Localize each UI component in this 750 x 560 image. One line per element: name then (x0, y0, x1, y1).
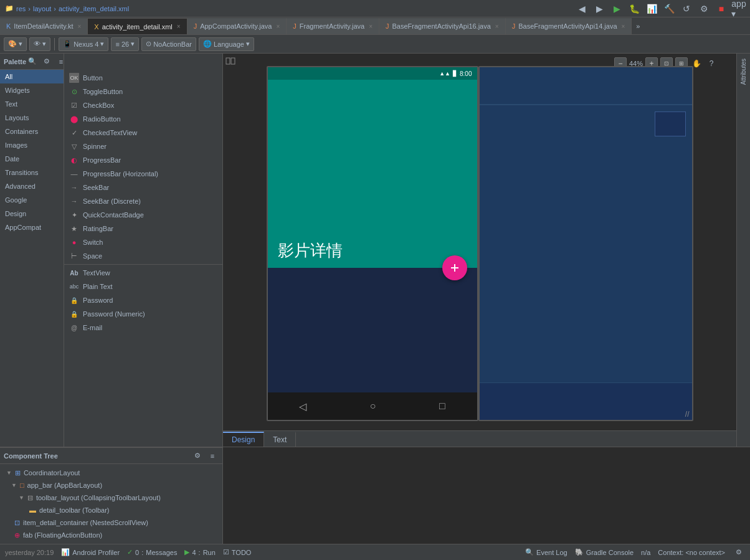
palette-category-text[interactable]: Text (0, 97, 64, 111)
settings-gear-icon[interactable]: ⚙ (698, 2, 710, 15)
tab-fragment-activity[interactable]: J FragmentActivity.java × (287, 18, 379, 34)
api-level-btn[interactable]: ≡ 26 ▾ (111, 37, 139, 51)
widget-button[interactable]: OK Button (64, 71, 222, 85)
widget-email[interactable]: @ E-mail (64, 321, 222, 335)
tree-item-detail-container[interactable]: ⊡ item_detail_container (NestedScrollVie… (0, 516, 222, 529)
widget-list-separator (64, 264, 222, 265)
palette-category-images[interactable]: Images (0, 138, 64, 152)
tab-design[interactable]: Design (223, 432, 264, 447)
widget-plain-text[interactable]: abc Plain Text (64, 280, 222, 293)
widget-seekbar-discrete[interactable]: → SeekBar (Discrete) (64, 194, 222, 208)
resize-handle-icon[interactable]: // (685, 410, 690, 419)
attributes-tab-label[interactable]: Attributes (738, 54, 749, 90)
widget-progressbar[interactable]: ◐ ProgressBar (64, 153, 222, 167)
app-dropdown[interactable]: app ▾ (733, 2, 745, 15)
help-icon[interactable]: ? (705, 57, 718, 70)
tab-close-5[interactable]: × (622, 23, 625, 30)
palette-category-date[interactable]: Date (0, 152, 64, 166)
palette-category-containers[interactable]: Containers (0, 125, 64, 138)
palette-category-layouts[interactable]: Layouts (0, 111, 64, 125)
fab-button[interactable] (442, 255, 467, 280)
tab-close-1[interactable]: × (177, 23, 181, 30)
widget-seekbar[interactable]: → SeekBar (64, 181, 222, 194)
button-icon: OK (69, 73, 79, 83)
tab-text[interactable]: Text (264, 432, 296, 447)
tree-app-bar[interactable]: ▼ □ app_bar (AppBarLayout) (0, 479, 222, 491)
tree-toolbar-layout[interactable]: ▼ ⊟ toolbar_layout (CollapsingToolbarLay… (0, 491, 222, 504)
widget-checkbox[interactable]: ☑ CheckBox (64, 98, 222, 112)
tab-activity-item-detail-xml[interactable]: X activity_item_detail.xml × (88, 18, 187, 34)
top-bar-right-icons: ◀ ▶ ▶ 🐛 📊 🔨 ↺ ⚙ ■ app ▾ (576, 2, 745, 15)
widget-radio-button[interactable]: ⬤ RadioButton (64, 112, 222, 126)
widget-spinner[interactable]: ▽ Spinner (64, 140, 222, 153)
messages-status[interactable]: ✓ 0: Messages (127, 548, 177, 556)
widget-space[interactable]: ⊢ Space (64, 249, 222, 263)
widget-toggle-button[interactable]: ⊙ ToggleButton (64, 85, 222, 98)
stop-icon[interactable]: ■ (715, 2, 728, 15)
tab-base-fragment-api16[interactable]: J BaseFragmentActivityApi16.java × (379, 18, 506, 34)
tab-close-4[interactable]: × (495, 23, 499, 30)
tree-coordinator-layout[interactable]: ▼ ⊞ CoordinatorLayout (0, 467, 222, 479)
palette-category-widgets[interactable]: Widgets (0, 83, 64, 97)
nav-recent-icon[interactable]: □ (439, 401, 445, 412)
tab-overflow-btn[interactable]: » (632, 18, 644, 34)
phone-status-bar: ▲▲ ▊ 8:00 (268, 67, 477, 80)
widget-ratingbar[interactable]: ★ RatingBar (64, 222, 222, 235)
run-status[interactable]: ▶ 4: Run (184, 548, 215, 556)
radio-button-icon: ⬤ (69, 114, 79, 124)
tab-close-2[interactable]: × (276, 23, 280, 30)
event-log-status[interactable]: 🔍 Event Log (525, 548, 567, 556)
collapse-sidebar-icon[interactable] (225, 56, 235, 68)
tab-item-detail-activity[interactable]: K ItemDetailActivity.kt × (0, 18, 88, 34)
forward-icon[interactable]: ▶ (593, 2, 605, 15)
nav-home-icon[interactable]: ○ (370, 401, 376, 412)
widget-textview[interactable]: Ab TextView (64, 266, 222, 280)
tab-appcompat-activity[interactable]: J AppCompatActivity.java × (188, 18, 287, 34)
nav-back-icon[interactable]: ◁ (299, 401, 306, 412)
widget-progressbar-horizontal[interactable]: — ProgressBar (Horizontal) (64, 167, 222, 181)
tree-detail-toolbar[interactable]: ▬ detail_toolbar (Toolbar) (0, 504, 222, 516)
profile-icon[interactable]: 📊 (645, 2, 658, 15)
back-icon[interactable]: ◀ (576, 2, 588, 15)
tab-java-icon-3: J (512, 22, 516, 30)
theme-btn[interactable]: ⊙ NoActionBar (141, 37, 196, 51)
eye-btn[interactable]: 👁 ▾ (29, 37, 50, 51)
language-btn[interactable]: 🌐 Language ▾ (199, 37, 254, 51)
tab-close-3[interactable]: × (369, 23, 373, 30)
palette-category-design[interactable]: Design (0, 207, 64, 221)
tab-base-fragment-api14[interactable]: J BaseFragmentActivityApi14.java × (506, 18, 632, 34)
gradle-console-status[interactable]: 🐘 Gradle Console (575, 548, 634, 556)
breadcrumb-file[interactable]: activity_item_detail.xml (59, 5, 129, 12)
tree-settings-icon[interactable]: ⚙ (191, 450, 204, 462)
breadcrumb-layout[interactable]: layout (33, 5, 51, 12)
tree-arrow-1: ▼ (11, 482, 17, 488)
color-mode-btn[interactable]: 🎨 ▾ (4, 37, 27, 51)
widget-switch[interactable]: ● Switch (64, 235, 222, 249)
build-icon[interactable]: 🔨 (663, 2, 675, 15)
palette-search-icon[interactable]: 🔍 (26, 55, 39, 68)
palette-category-appcompat[interactable]: AppCompat (0, 221, 64, 234)
palette-category-transitions[interactable]: Transitions (0, 166, 64, 179)
tree-filter-icon[interactable]: ≡ (206, 450, 219, 462)
android-profiler-status[interactable]: 📊 Android Profiler (61, 548, 120, 556)
component-tree-header: Component Tree ⚙ ≡ (0, 448, 222, 464)
status-bar-settings-icon[interactable]: ⚙ (733, 546, 745, 559)
sync-icon[interactable]: ↺ (680, 2, 693, 15)
palette-category-google[interactable]: Google (0, 193, 64, 207)
palette-category-advanced[interactable]: Advanced (0, 179, 64, 193)
widget-password-numeric[interactable]: 🔒 Password (Numeric) (64, 307, 222, 321)
palette-category-all[interactable]: All (0, 70, 64, 83)
device-selector-btn[interactable]: 📱 Nexus 4 ▾ (59, 37, 108, 51)
debug-icon[interactable]: 🐛 (628, 2, 640, 15)
seekbar-discrete-icon: → (69, 196, 79, 206)
tab-close-0[interactable]: × (78, 23, 82, 30)
breadcrumb-res[interactable]: res (16, 5, 26, 12)
widget-password[interactable]: 🔒 Password (64, 293, 222, 307)
widget-quickcontact-badge[interactable]: ✦ QuickContactBadge (64, 208, 222, 222)
tree-fab[interactable]: ⊕ fab (FloatingActionButton) (0, 529, 222, 541)
todo-status[interactable]: ☑ TODO (223, 548, 252, 556)
tree-fab-icon: ⊕ (14, 531, 20, 539)
run-icon[interactable]: ▶ (610, 2, 623, 15)
widget-checked-textview[interactable]: ✓ CheckedTextView (64, 126, 222, 140)
palette-settings-icon[interactable]: ⚙ (40, 55, 53, 68)
